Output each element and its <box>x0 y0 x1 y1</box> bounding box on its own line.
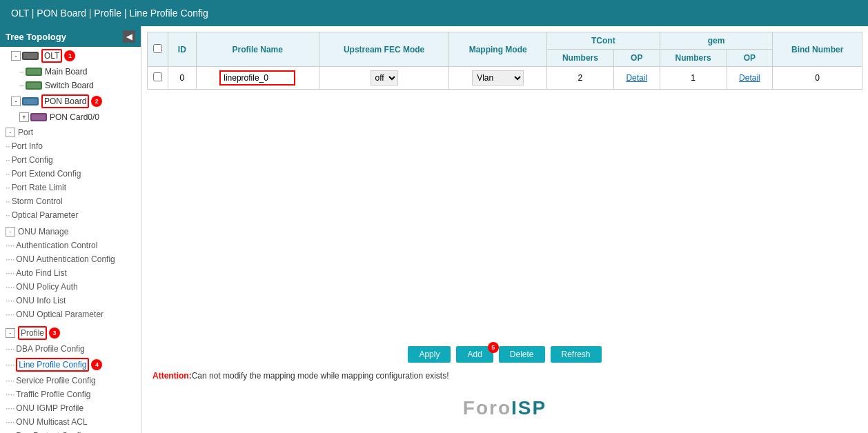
header-bind-number: Bind Number <box>773 32 862 67</box>
tcont-detail-link[interactable]: Detail <box>626 73 647 83</box>
delete-button[interactable]: Delete <box>499 346 545 363</box>
profile-expander[interactable]: - <box>6 328 15 338</box>
port-expander[interactable]: - <box>6 128 15 137</box>
profile-section-header[interactable]: - Profile 3 <box>0 324 141 342</box>
nav-onu-multicast-acl[interactable]: ···· ONU Multicast ACL <box>0 415 141 429</box>
select-all-checkbox[interactable] <box>153 44 162 53</box>
sidebar-title: Tree Topology <box>6 32 66 42</box>
nav-storm-control[interactable]: ·· Storm Control <box>0 194 141 208</box>
add-button[interactable]: Add 5 <box>456 346 493 363</box>
header-mapping-mode: Mapping Mode <box>449 32 547 67</box>
refresh-button[interactable]: Refresh <box>551 346 602 363</box>
nav-auth-control[interactable]: ···· Authentication Control <box>0 239 141 252</box>
main-layout: Tree Topology ◀ - OLT 1 ─ Main Board <box>0 26 868 433</box>
table-row: 0 off on Vlan <box>148 67 862 90</box>
watermark: ForoISP <box>141 383 868 433</box>
main-board-icon <box>26 68 42 76</box>
bind-number: 0 <box>773 67 862 90</box>
pon-board-label: PON Board <box>41 94 89 108</box>
onu-section-header[interactable]: - ONU Manage <box>0 225 141 239</box>
add-badge: 5 <box>488 342 499 353</box>
switch-board-icon <box>26 81 42 90</box>
nav-port-config[interactable]: ·· Port Config <box>0 153 141 167</box>
line-profile-badge: 4 <box>91 359 102 370</box>
fec-mode-select[interactable]: off on <box>371 70 398 85</box>
tree-node-pon-board[interactable]: - PON Board 2 <box>0 92 141 110</box>
header-gem-group: gem <box>660 32 773 50</box>
nav-line-profile-config[interactable]: ···· Line Profile Config 4 <box>0 356 141 374</box>
nav-traffic-profile-config[interactable]: ···· Traffic Profile Config <box>0 387 141 401</box>
line-profile-table: ID Profile Name Upstream FEC Mode Mappin… <box>147 32 862 90</box>
tree-node-switch-board[interactable]: ─ Switch Board <box>0 79 141 92</box>
olt-label: OLT <box>41 49 62 63</box>
nav-port-extend-config[interactable]: ·· Port Extend Config <box>0 167 141 181</box>
profile-badge: 3 <box>49 328 60 339</box>
collapse-button[interactable]: ◀ <box>123 30 135 43</box>
gem-detail-link[interactable]: Detail <box>739 73 760 83</box>
header-profile-name: Profile Name <box>196 32 319 67</box>
attention-row: Attention:Can not modify the mapping mod… <box>141 368 868 383</box>
sidebar: Tree Topology ◀ - OLT 1 ─ Main Board <box>0 26 141 433</box>
sidebar-tree: - OLT 1 ─ Main Board ─ Switch Board <box>0 47 141 433</box>
header-checkbox-cell <box>148 32 168 67</box>
switch-board-label: Switch Board <box>45 81 94 90</box>
nav-onu-info-list[interactable]: ···· ONU Info List <box>0 294 141 308</box>
port-section: - Port ·· Port Info ·· Port Config ·· Po… <box>0 124 141 223</box>
port-section-header[interactable]: - Port <box>0 125 141 139</box>
nav-auto-find-list[interactable]: ···· Auto Find List <box>0 266 141 280</box>
olt-icon <box>22 52 39 60</box>
gem-op: Detail <box>727 67 773 90</box>
olt-badge: 1 <box>64 50 75 61</box>
tcont-op: Detail <box>613 67 660 90</box>
attention-prefix: Attention: <box>152 371 192 381</box>
row-id: 0 <box>168 67 197 90</box>
profile-name-input[interactable] <box>219 70 295 85</box>
pon-board-icon <box>22 97 39 105</box>
header-id: ID <box>168 32 197 67</box>
nav-onu-igmp-profile[interactable]: ···· ONU IGMP Profile <box>0 401 141 415</box>
header-tcont-op: OP <box>613 50 660 67</box>
nav-port-info[interactable]: ·· Port Info <box>0 139 141 153</box>
nav-service-profile-config[interactable]: ···· Service Profile Config <box>0 374 141 387</box>
onu-expander[interactable]: - <box>6 227 15 236</box>
pon-card-icon <box>30 113 47 121</box>
watermark-foro: Foro <box>463 397 511 419</box>
nav-onu-auth-config[interactable]: ···· ONU Authentication Config <box>0 252 141 266</box>
expander-pon[interactable]: - <box>11 97 21 106</box>
apply-button[interactable]: Apply <box>408 346 451 363</box>
nav-dba-profile-config[interactable]: ···· DBA Profile Config <box>0 342 141 356</box>
tree-node-olt[interactable]: - OLT 1 <box>0 47 141 65</box>
profile-section: - Profile 3 ···· DBA Profile Config ····… <box>0 323 141 433</box>
mapping-mode-cell: Vlan Gem GemPort <box>449 67 547 90</box>
tree-node-main-board[interactable]: ─ Main Board <box>0 65 141 79</box>
header-gem-op: OP <box>727 50 773 67</box>
nav-pon-protect-config[interactable]: ···· Pon Protect Config <box>0 429 141 433</box>
nav-optical-parameter[interactable]: ·· Optical Parameter <box>0 208 141 222</box>
pon-badge: 2 <box>91 96 102 107</box>
fec-mode-cell: off on <box>319 67 448 90</box>
row-checkbox[interactable] <box>153 72 162 81</box>
mapping-mode-select[interactable]: Vlan Gem GemPort <box>472 70 524 85</box>
expander-card[interactable]: + <box>19 112 29 122</box>
main-board-label: Main Board <box>45 67 87 77</box>
tree-node-pon-card[interactable]: + PON Card0/0 <box>0 110 141 124</box>
expander-olt[interactable]: - <box>11 51 21 61</box>
content-area: ID Profile Name Upstream FEC Mode Mappin… <box>141 26 868 433</box>
tcont-numbers: 2 <box>547 67 614 90</box>
header-upstream-fec-mode: Upstream FEC Mode <box>319 32 448 67</box>
onu-section-label: ONU Manage <box>18 227 68 236</box>
row-checkbox-cell <box>148 67 168 90</box>
header-tcont-numbers: Numbers <box>547 50 614 67</box>
header-tcont-group: TCont <box>547 32 660 50</box>
table-container: ID Profile Name Upstream FEC Mode Mappin… <box>141 26 868 341</box>
pon-card-label: PON Card0/0 <box>50 112 99 122</box>
profile-section-label: Profile <box>18 326 47 340</box>
gem-numbers: 1 <box>660 67 727 90</box>
attention-text: Attention:Can not modify the mapping mod… <box>152 371 449 381</box>
button-row: Apply Add 5 Delete Refresh <box>141 341 868 368</box>
header: OLT | PON Board | Profile | Line Profile… <box>0 0 868 26</box>
nav-onu-policy-auth[interactable]: ···· ONU Policy Auth <box>0 280 141 294</box>
sidebar-header[interactable]: Tree Topology ◀ <box>0 26 141 47</box>
nav-onu-optical-parameter[interactable]: ···· ONU Optical Parameter <box>0 308 141 321</box>
nav-port-rate-limit[interactable]: ·· Port Rate Limit <box>0 181 141 194</box>
